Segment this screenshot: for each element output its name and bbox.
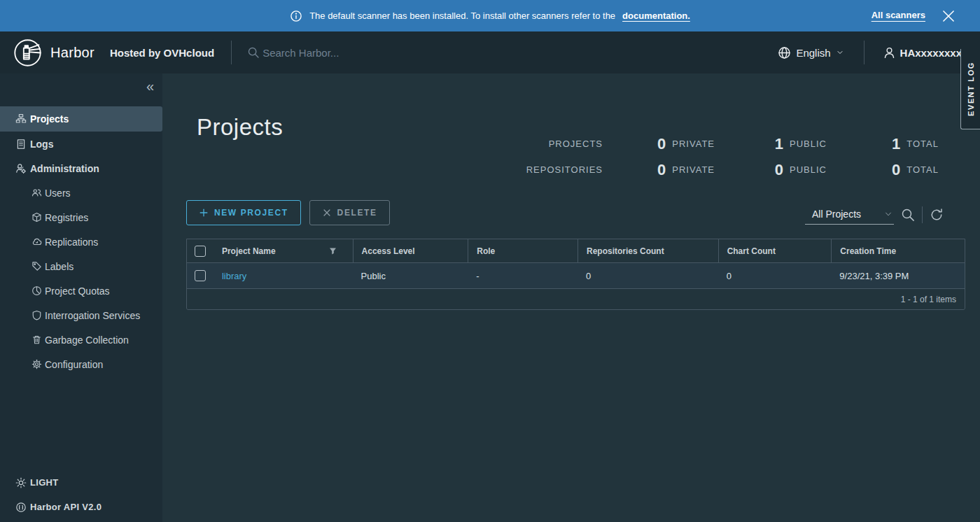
sidebar-item-garbage-collection[interactable]: Garbage Collection	[0, 327, 162, 352]
cell-creation-time: 9/23/21, 3:39 PM	[831, 271, 965, 281]
sidebar-item-registries[interactable]: Registries	[0, 205, 162, 230]
notification-banner: The default scanner has been installed. …	[0, 0, 980, 31]
sidebar-item-replications[interactable]: Replications	[0, 230, 162, 254]
replication-icon	[31, 237, 42, 247]
sidebar-item-projects[interactable]: Projects	[0, 106, 162, 132]
new-project-label: NEW PROJECT	[214, 208, 288, 218]
sidebar-item-label: Replications	[45, 237, 98, 248]
chevron-down-icon	[836, 48, 844, 57]
refresh-icon[interactable]	[930, 208, 944, 222]
select-all-checkbox[interactable]	[195, 246, 206, 257]
language-menu[interactable]: English	[778, 46, 844, 59]
projects-public-count: 1	[775, 136, 783, 152]
harbor-api-link[interactable]: Harbor API V2.0	[0, 495, 162, 519]
event-log-label: EVENT LOG	[967, 62, 975, 116]
column-header-chart-count[interactable]: Chart Count	[718, 239, 832, 262]
sidebar-item-label: Labels	[45, 261, 74, 272]
theme-toggle-light[interactable]: LIGHT	[0, 470, 162, 495]
table-footer: 1 - 1 of 1 items	[187, 288, 965, 309]
column-label: Creation Time	[840, 246, 896, 256]
projects-total-count: 1	[892, 136, 900, 152]
chevron-down-icon	[15, 164, 25, 174]
event-log-tab[interactable]: EVENT LOG	[960, 49, 980, 129]
column-header-role[interactable]: Role	[468, 239, 578, 262]
private-label: PRIVATE	[672, 139, 715, 149]
column-header-project-name[interactable]: Project Name	[214, 239, 353, 262]
search-icon	[247, 46, 260, 59]
cell-repositories-count: 0	[578, 271, 718, 281]
gear-icon	[31, 359, 42, 369]
global-search	[247, 46, 416, 59]
shield-icon	[31, 310, 42, 320]
repos-total-count: 0	[892, 162, 900, 178]
column-label: Repositories Count	[587, 246, 664, 256]
sidebar-item-label: Logs	[30, 139, 53, 150]
sidebar-item-logs[interactable]: Logs	[0, 132, 162, 156]
sidebar-item-administration[interactable]: Administration	[0, 156, 162, 181]
column-header-repositories-count[interactable]: Repositories Count	[578, 239, 718, 262]
projects-private-count: 0	[657, 136, 666, 152]
sidebar-item-label: Projects	[30, 113, 69, 125]
page-title: Projects	[197, 114, 283, 141]
table-row[interactable]: library Public - 0 0 9/23/21, 3:39 PM	[187, 262, 965, 288]
column-label: Access Level	[362, 246, 415, 256]
theme-label: LIGHT	[30, 477, 59, 488]
sidebar-collapse-icon[interactable]: «	[146, 79, 154, 93]
language-label: English	[796, 47, 830, 59]
public-label: PUBLIC	[790, 164, 827, 175]
row-checkbox[interactable]	[195, 270, 206, 281]
registry-icon	[31, 212, 42, 223]
column-header-access-level[interactable]: Access Level	[353, 239, 468, 262]
sidebar-item-labels[interactable]: Labels	[0, 254, 162, 278]
public-label: PUBLIC	[790, 139, 827, 149]
sidebar-item-configuration[interactable]: Configuration	[0, 352, 162, 376]
column-label: Chart Count	[727, 246, 776, 256]
sidebar-item-label: Configuration	[45, 359, 103, 370]
sidebar-item-label: Interrogation Services	[45, 310, 140, 321]
sidebar-item-users[interactable]: Users	[0, 181, 162, 205]
sun-icon	[15, 477, 27, 488]
projects-table: Project Name Access Level Role Repositor…	[186, 239, 965, 310]
sidebar-item-project-quotas[interactable]: Project Quotas	[0, 278, 162, 303]
username-label: HAxxxxxxxx	[900, 47, 962, 59]
header-divider	[231, 41, 232, 64]
chevron-down-icon	[884, 210, 892, 218]
cell-role: -	[468, 271, 578, 281]
sidebar-item-label: Users	[45, 188, 71, 199]
search-icon[interactable]	[901, 208, 915, 222]
private-label: PRIVATE	[672, 164, 715, 175]
globe-icon	[778, 46, 791, 59]
all-scanners-link[interactable]: All scanners	[872, 10, 925, 20]
sidebar-item-interrogation-services[interactable]: Interrogation Services	[0, 303, 162, 327]
delete-button[interactable]: DELETE	[309, 200, 390, 225]
sidebar-item-label: Project Quotas	[45, 285, 110, 297]
sidebar-item-label: Administration	[30, 163, 99, 174]
column-label: Role	[477, 246, 495, 256]
stats-label: PROJECTS	[526, 131, 603, 157]
table-header-row: Project Name Access Level Role Repositor…	[187, 239, 965, 262]
column-header-creation-time[interactable]: Creation Time	[831, 239, 965, 262]
new-project-button[interactable]: NEW PROJECT	[186, 200, 301, 225]
stats-label: REPOSITORIES	[526, 157, 603, 183]
banner-message: The default scanner has been installed. …	[309, 10, 615, 21]
total-label: TOTAL	[906, 139, 939, 149]
close-icon[interactable]	[942, 10, 955, 22]
users-icon	[31, 188, 42, 198]
project-link[interactable]: library	[222, 271, 246, 281]
quota-icon	[31, 285, 42, 296]
info-icon	[290, 10, 302, 22]
search-input[interactable]	[262, 47, 416, 59]
filter-icon[interactable]	[328, 246, 337, 255]
log-icon	[15, 139, 27, 150]
brand-subtitle: Hosted by OVHcloud	[110, 47, 214, 59]
documentation-link[interactable]: documentation.	[622, 10, 690, 21]
main-content: Projects PROJECTS 0PRIVATE 1PUBLIC 1TOTA…	[162, 73, 980, 522]
user-icon	[883, 46, 896, 59]
close-icon	[322, 208, 332, 218]
table-toolbar: NEW PROJECT DELETE	[186, 200, 390, 225]
harbor-logo-icon	[13, 38, 42, 67]
column-label: Project Name	[222, 246, 276, 256]
toolbar-divider	[922, 206, 923, 223]
project-filter-select[interactable]: All Projects	[805, 205, 894, 225]
brand-title: Harbor	[50, 45, 94, 61]
